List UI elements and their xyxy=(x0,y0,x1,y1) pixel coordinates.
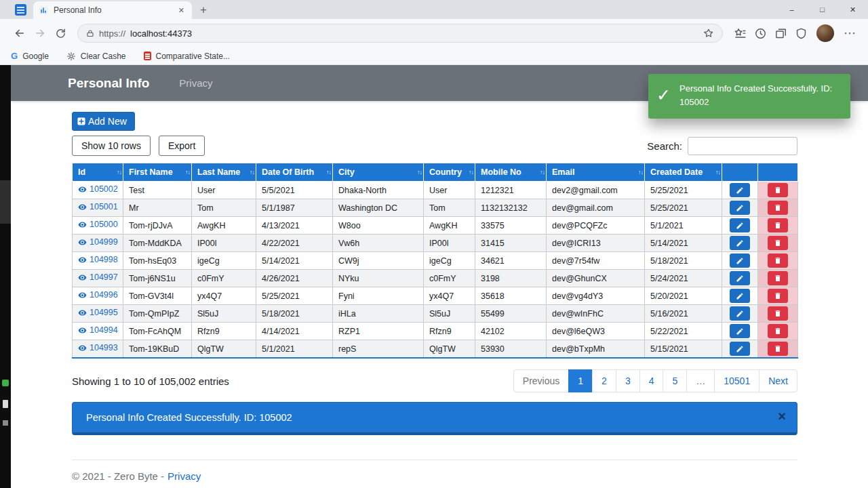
table-row: 104994Tom-FcAhQMRfzn94/14/2021RZP1Rfzn94… xyxy=(73,323,798,340)
delete-button[interactable] xyxy=(768,236,788,250)
page-10501[interactable]: 10501 xyxy=(714,369,760,392)
collections-icon[interactable] xyxy=(770,23,791,43)
page-next[interactable]: Next xyxy=(759,369,797,392)
cell-country: igeCg xyxy=(424,252,475,270)
cell-created: 5/18/2021 xyxy=(645,252,722,270)
page-previous[interactable]: Previous xyxy=(513,369,569,392)
delete-button[interactable] xyxy=(768,201,788,215)
cell-dob: 5/14/2021 xyxy=(256,252,333,270)
bookmark-google[interactable]: G Google xyxy=(11,51,49,61)
back-icon[interactable] xyxy=(9,23,30,43)
cell-email: dev@GhunCX xyxy=(547,270,645,287)
sort-arrows-icon: ↑↓ xyxy=(417,169,422,176)
record-id-link[interactable]: 104997 xyxy=(78,272,118,282)
delete-button[interactable] xyxy=(768,218,788,232)
delete-button[interactable] xyxy=(768,183,788,197)
delete-button[interactable] xyxy=(768,271,788,285)
record-id-link[interactable]: 105000 xyxy=(78,220,118,229)
page-4[interactable]: 4 xyxy=(639,369,664,392)
column-header-date-of-birth[interactable]: Date Of Birth↑↓ xyxy=(256,163,333,182)
record-id-link[interactable]: 105001 xyxy=(78,202,118,211)
page-2[interactable]: 2 xyxy=(592,369,616,392)
page-3[interactable]: 3 xyxy=(616,369,640,392)
delete-button[interactable] xyxy=(768,306,788,321)
record-id-link[interactable]: 104993 xyxy=(78,343,118,352)
delete-button[interactable] xyxy=(768,289,788,303)
tab-close-icon[interactable]: ✕ xyxy=(176,6,186,15)
cell-edit xyxy=(722,287,758,305)
refresh-icon[interactable] xyxy=(50,23,71,43)
browser-tab[interactable]: Personal Info ✕ xyxy=(33,1,192,19)
search-input[interactable] xyxy=(688,137,797,155)
record-id-link[interactable]: 104995 xyxy=(78,308,118,317)
minimize-button[interactable]: – xyxy=(776,0,807,19)
settings-menu-icon[interactable]: ⋯ xyxy=(840,23,860,43)
delete-button[interactable] xyxy=(768,324,788,338)
page-area: Personal Info Privacy ✓ Personal Info Cr… xyxy=(0,65,868,488)
cell-edit xyxy=(722,323,758,340)
page-5[interactable]: 5 xyxy=(663,369,687,392)
column-header-country[interactable]: Country↑↓ xyxy=(424,163,475,182)
edit-button[interactable] xyxy=(730,271,750,285)
column-header-label: Email xyxy=(552,167,574,177)
edit-button[interactable] xyxy=(730,218,750,232)
address-bar[interactable]: https://localhost:44373 xyxy=(77,24,723,43)
delete-button[interactable] xyxy=(768,342,788,356)
bookmark-clear-cache[interactable]: Clear Cashe xyxy=(66,52,126,61)
column-header-last-name[interactable]: Last Name↑↓ xyxy=(192,163,256,182)
record-id-link[interactable]: 104996 xyxy=(78,290,118,300)
delete-button[interactable] xyxy=(768,253,788,268)
column-header-city[interactable]: City↑↓ xyxy=(333,163,424,182)
close-window-button[interactable]: ✕ xyxy=(837,0,868,19)
profile-avatar[interactable] xyxy=(816,24,834,42)
edit-button[interactable] xyxy=(730,342,750,356)
edit-button[interactable] xyxy=(730,306,750,321)
cell-id: 105002 xyxy=(73,182,123,199)
maximize-button[interactable]: □ xyxy=(807,0,837,19)
column-header-first-name[interactable]: First Name↑↓ xyxy=(123,163,192,182)
export-button[interactable]: Export xyxy=(159,136,205,156)
cell-delete xyxy=(758,235,798,252)
bookmark-pdf[interactable]: Comparative State... xyxy=(144,52,230,61)
edit-button[interactable] xyxy=(730,236,750,250)
add-new-button[interactable]: Add New xyxy=(72,112,135,131)
alert-close-icon[interactable]: × xyxy=(778,409,786,424)
cell-delete xyxy=(758,340,798,359)
edit-button[interactable] xyxy=(730,253,750,268)
cell-city: RZP1 xyxy=(333,323,424,340)
show-rows-button[interactable]: Show 10 rows xyxy=(72,136,151,156)
record-id-link[interactable]: 105002 xyxy=(78,184,118,194)
brand-link[interactable]: Personal Info xyxy=(68,76,149,91)
edit-button[interactable] xyxy=(730,324,750,338)
cell-city: W8oo xyxy=(333,217,424,235)
favorites-icon[interactable] xyxy=(730,23,750,43)
history-icon[interactable] xyxy=(750,23,770,43)
record-id-link[interactable]: 104994 xyxy=(78,325,118,335)
browser-essentials-icon[interactable] xyxy=(791,23,811,43)
footer-privacy-link[interactable]: Privacy xyxy=(167,470,201,482)
taskbar-icon xyxy=(3,420,8,426)
page-1[interactable]: 1 xyxy=(568,369,593,392)
nav-link-privacy[interactable]: Privacy xyxy=(179,77,212,89)
cell-country: Tom xyxy=(424,199,475,217)
cell-delete xyxy=(758,270,798,287)
column-header-created-date[interactable]: Created Date↑↓ xyxy=(645,163,722,182)
column-header-mobile-no[interactable]: Mobile No↑↓ xyxy=(475,163,547,182)
edit-button[interactable] xyxy=(730,201,750,215)
add-favorite-star-icon[interactable] xyxy=(703,28,714,39)
edit-button[interactable] xyxy=(730,289,750,303)
cell-email: dev@vg4dY3 xyxy=(547,287,645,305)
record-id-link[interactable]: 104999 xyxy=(78,237,118,247)
column-header-email[interactable]: Email↑↓ xyxy=(547,163,645,182)
table-header-row: Id↑↓First Name↑↓Last Name↑↓Date Of Birth… xyxy=(73,163,798,182)
new-tab-button[interactable]: + xyxy=(200,4,207,16)
search-label: Search: xyxy=(647,140,682,152)
forward-icon[interactable] xyxy=(30,23,50,43)
cell-first-name: Tom-FcAhQM xyxy=(123,323,192,340)
column-header-id[interactable]: Id↑↓ xyxy=(73,163,123,182)
edit-button[interactable] xyxy=(730,183,750,197)
cell-city: Vw6h xyxy=(333,235,424,252)
record-id-link[interactable]: 104998 xyxy=(78,255,118,264)
bookmarks-bar: G Google Clear Cashe Comparative State..… xyxy=(0,47,868,65)
cell-edit xyxy=(722,305,758,323)
